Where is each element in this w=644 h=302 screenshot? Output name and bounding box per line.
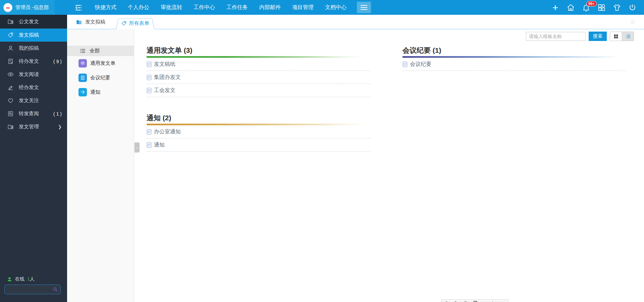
hamburger-menu-button[interactable] [357, 2, 371, 13]
doc-icon [147, 88, 152, 93]
template-item[interactable]: 集团办发文 [147, 71, 371, 84]
plus-icon[interactable]: + [551, 3, 559, 12]
notification-badge: 99+ [586, 1, 597, 6]
template-category-sidebar: 全部 通用发文单 会议纪要 通知 [67, 29, 134, 302]
doc-icon [147, 61, 152, 67]
sidebar-item-wode-nigao[interactable]: 我的拟稿 [0, 42, 67, 55]
template-item[interactable]: 会议纪要 [402, 58, 627, 71]
sidebar-item-zhuanfa-chayue[interactable]: 转发查阅 ( 1 ) [0, 107, 67, 120]
nav-item-approval[interactable]: 审批流转 [155, 0, 188, 15]
nav-item-personal[interactable]: 个人办公 [122, 0, 155, 15]
template-item-label: 办公室通知 [154, 128, 181, 135]
category-label: 通用发文单 [90, 60, 115, 67]
home-icon[interactable] [567, 3, 575, 12]
theme-shirt-icon[interactable] [613, 3, 621, 12]
list-view-button[interactable] [622, 32, 634, 41]
nav-item-projects[interactable]: 项目管理 [286, 0, 319, 15]
toolbar-icon[interactable]: ❐ [473, 300, 477, 302]
folder-icon [7, 18, 14, 25]
sidebar-item-fawen-guanli[interactable]: 发文管理 ❯ [0, 120, 67, 133]
sidebar-item-label: 我的拟稿 [19, 45, 39, 51]
template-item[interactable]: 通知 [147, 138, 371, 152]
toolbar-icon[interactable]: ⇅ [464, 300, 468, 302]
edit-icon [7, 84, 14, 91]
notifications-bell-icon[interactable]: 99+ [582, 3, 590, 12]
doc-icon [147, 75, 152, 80]
online-count-and-suffix: 1人 [27, 276, 35, 282]
folder-icon [7, 124, 14, 130]
user-icon [7, 45, 14, 51]
power-logout-icon[interactable] [628, 3, 637, 12]
category-label: 会议纪要 [90, 75, 110, 81]
tab-label: 发文拟稿 [85, 19, 105, 25]
online-user-icon [7, 276, 12, 282]
tag-icon [7, 32, 14, 38]
online-label: 在线 [15, 276, 24, 282]
doc-check-icon [7, 58, 14, 64]
nav-item-tasks[interactable]: 工作任务 [221, 0, 254, 15]
section-title: 会议纪要 (1) [402, 46, 627, 55]
heart-icon [7, 97, 14, 104]
template-item-label: 发文稿纸 [154, 61, 175, 68]
search-button[interactable]: 搜索 [589, 32, 607, 41]
sidebar-item-daiban-fawen[interactable]: 待办发文 ( 9 ) [0, 55, 67, 68]
section-title: 通用发文单 (3) [147, 46, 371, 55]
sidebar-item-label: 待办发文 [19, 58, 39, 64]
apps-grid-icon[interactable] [597, 3, 606, 12]
template-item[interactable]: 办公室通知 [147, 125, 371, 138]
notify-icon [78, 88, 87, 96]
category-item-general-dispatch[interactable]: 通用发文单 [67, 56, 134, 71]
search-icon[interactable] [52, 287, 58, 292]
sidebar-item-label: 发文管理 [19, 124, 39, 130]
menu-collapse-icon[interactable] [74, 4, 83, 11]
layers-icon [78, 59, 87, 68]
sidebar-item-label: 发文关注 [19, 97, 39, 104]
sidebar-item-jingban-fawen[interactable]: 经办发文 [0, 81, 67, 94]
topbar: ∞ 管理员 -信息部 快捷方式 个人办公 审批流转 工作中心 工作任务 内部邮件… [0, 0, 644, 15]
section-notice: 通知 (2) 办公室通知 通知 [147, 114, 371, 152]
sidebar-item-fawen-guanzhu[interactable]: 发文关注 [0, 94, 67, 107]
sidebar-item-fawen-nigao[interactable]: 发文拟稿 [0, 29, 67, 42]
tab-label: 所有表单 [129, 20, 149, 27]
nav-item-quick[interactable]: 快捷方式 [89, 0, 122, 15]
online-status: 在线 1人 [7, 276, 35, 282]
online-count: 1 [27, 276, 30, 282]
tab-all-forms-active[interactable]: 所有表单 [116, 17, 154, 29]
toolbar-icon[interactable]: ↻ [454, 300, 459, 302]
sidebar-collapse-handle[interactable]: ‹ [135, 142, 140, 153]
nav-item-docs[interactable]: 文档中心 [319, 0, 352, 15]
document-icon [78, 74, 87, 82]
doc-icon [402, 61, 408, 67]
template-item[interactable]: 发文稿纸 [147, 58, 371, 71]
eye-icon [7, 71, 14, 78]
template-search-input[interactable] [526, 32, 586, 41]
category-item-meeting-minutes[interactable]: 会议纪要 [67, 71, 134, 85]
category-item-all[interactable]: 全部 [67, 46, 134, 56]
toolbar-icon[interactable]: ◔ [482, 300, 485, 302]
template-item-label: 会议纪要 [410, 61, 431, 68]
template-item-label: 通知 [154, 141, 165, 148]
category-label: 全部 [90, 48, 100, 54]
partial-bottom-toolbar: ✎ ↻ ⇅ ❐ ◔ ⁘ [441, 299, 508, 302]
sidebar-item-label: 转发查阅 [19, 111, 39, 117]
topbar-brand: ∞ 管理员 -信息部 [0, 0, 55, 15]
tab-fawen-nigao[interactable]: 发文拟稿 [71, 15, 110, 29]
top-nav: 快捷方式 个人办公 审批流转 工作中心 工作任务 内部邮件 项目管理 文档中心 [89, 0, 352, 15]
toolbar-icon[interactable]: ⁘ [490, 300, 495, 302]
topbar-icons: + 99+ [551, 0, 644, 15]
category-item-notice[interactable]: 通知 [67, 85, 134, 99]
sidebar-item-fawen-yuedu[interactable]: 发文阅读 [0, 68, 67, 81]
item-count-badge: ( 1 ) [53, 111, 62, 117]
toolbar-icon[interactable]: ✎ [445, 300, 449, 302]
template-item-label: 集团办发文 [154, 74, 181, 81]
template-item[interactable]: 工会发文 [147, 84, 371, 97]
tag-icon [121, 20, 127, 26]
nav-item-mail[interactable]: 内部邮件 [254, 0, 286, 15]
nav-item-workcenter[interactable]: 工作中心 [188, 0, 221, 15]
sidebar-item-gongwen-fawen[interactable]: 公文发文 [0, 15, 67, 29]
app-logo-icon: ∞ [3, 3, 12, 12]
favorite-star-icon[interactable]: ☆ [630, 18, 635, 26]
sidebar-search [4, 285, 61, 294]
grid-view-button[interactable] [610, 32, 622, 41]
user-title: 管理员 -信息部 [15, 4, 49, 11]
